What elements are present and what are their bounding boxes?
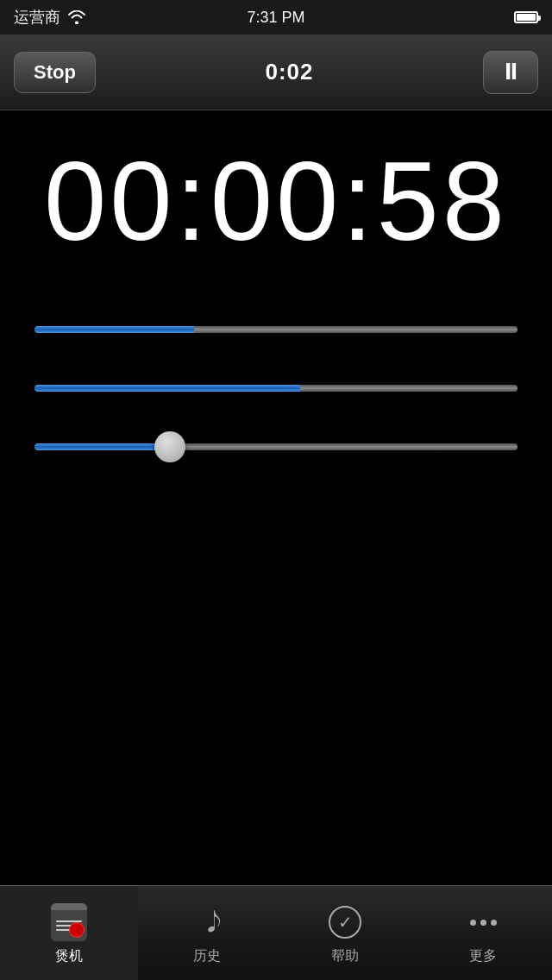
- wifi-icon: [67, 10, 86, 24]
- stop-button[interactable]: Stop: [14, 52, 96, 93]
- nav-bar: Stop 0:02 ⏸: [0, 35, 552, 110]
- status-left: 运营商: [14, 7, 86, 28]
- slider-1[interactable]: [34, 326, 518, 333]
- tab-label-timer: 煲机: [55, 947, 83, 965]
- tab-label-history: 历史: [193, 947, 221, 965]
- slider-3[interactable]: [34, 443, 518, 450]
- tab-icon-more: [461, 901, 505, 944]
- slider-2[interactable]: [34, 385, 518, 392]
- tab-icon-help: ✓: [323, 901, 367, 944]
- timer-display: 00:00:58: [0, 145, 552, 257]
- slider-2-fill: [34, 385, 300, 392]
- slider-1-track: [34, 326, 518, 333]
- carrier-label: 运营商: [14, 7, 60, 28]
- slider-1-fill: [34, 326, 194, 333]
- tab-bar: 煲机 𝅘𝅥𝅮 历史 ✓ 帮助 更多: [0, 885, 552, 980]
- sliders-section: [0, 274, 552, 450]
- battery-icon: [514, 11, 538, 23]
- tab-icon-history: 𝅘𝅥𝅮: [185, 901, 229, 944]
- checkmark-icon: ✓: [329, 906, 361, 939]
- main-display: 00:00:58: [0, 110, 552, 274]
- pause-icon: ⏸: [499, 59, 522, 85]
- slider-3-track: [34, 443, 518, 450]
- timer-icon-box: [51, 903, 87, 941]
- status-time: 7:31 PM: [247, 9, 304, 27]
- tab-icon-timer: [47, 901, 91, 944]
- status-right: [514, 11, 538, 23]
- tab-item-help[interactable]: ✓ 帮助: [276, 886, 414, 980]
- tab-label-help: 帮助: [331, 947, 359, 965]
- tab-item-history[interactable]: 𝅘𝅥𝅮 历史: [138, 886, 276, 980]
- pause-button[interactable]: ⏸: [483, 51, 538, 94]
- slider-3-fill: [34, 443, 170, 450]
- red-dot-icon: [69, 922, 85, 938]
- nav-title: 0:02: [265, 59, 313, 85]
- tab-item-more[interactable]: 更多: [414, 886, 552, 980]
- tab-label-more: 更多: [469, 947, 497, 965]
- slider-3-thumb[interactable]: [154, 431, 185, 462]
- tab-item-timer[interactable]: 煲机: [0, 886, 138, 980]
- status-bar: 运营商 7:31 PM: [0, 0, 552, 35]
- slider-2-track: [34, 385, 518, 392]
- more-dots-icon: [470, 920, 497, 926]
